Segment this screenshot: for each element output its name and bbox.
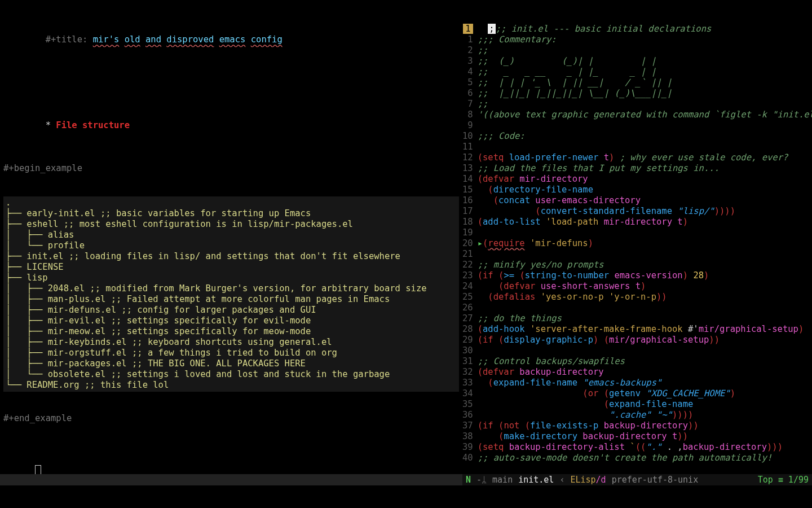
code-line: 1;;; Commentary: xyxy=(462,34,812,45)
code-line: 12(setq load-prefer-newer t) ; why ever … xyxy=(462,152,812,163)
code-line: 8'((above text graphic generated with co… xyxy=(462,110,812,120)
code-line: 32(defvar backup-directory xyxy=(462,367,812,378)
code-line: 9 xyxy=(462,120,812,131)
org-example-block: . ├── early-init.el ;; basic variables f… xyxy=(3,196,459,392)
buffer-encoding: prefer-utf-8-unix xyxy=(612,475,699,485)
code-line: 6;; |_||_| |_||_||_| \__| (_)\___||_| xyxy=(462,88,812,99)
elisp-buffer[interactable]: 1 ;;; init.el --- basic initial declarat… xyxy=(462,0,812,474)
org-title-line: #+title: mir's old and disproved emacs c… xyxy=(3,24,459,56)
code-line: 27;; do the things xyxy=(462,313,812,324)
mode-separator: ‹ xyxy=(559,475,564,485)
code-line: 2;; xyxy=(462,45,812,56)
code-line: 23(if (>= (string-to-number emacs-versio… xyxy=(462,270,812,281)
buffer-name: init.el xyxy=(518,475,554,485)
header-line-number: 1 xyxy=(463,24,473,34)
minor-mode-suffix: /d xyxy=(596,475,606,485)
code-line: 30 xyxy=(462,345,812,356)
org-begin-example: #+begin_example xyxy=(3,163,459,174)
code-line: 17 (convert-standard-filename "lisp/")))… xyxy=(462,206,812,217)
fringe-arrow-icon: ▸ xyxy=(478,238,483,248)
vcs-branch-name: main xyxy=(492,475,513,485)
org-title-text: mir's old and disproved emacs config xyxy=(93,34,283,45)
code-line: 24 (defvar use-short-answers t) xyxy=(462,281,812,292)
code-line: 16 (concat user-emacs-directory xyxy=(462,195,812,206)
modeline-left-inactive xyxy=(0,474,462,485)
code-line: 5;; | | | '_ \ | || __| / _` || | xyxy=(462,77,812,88)
org-heading-1: * File structure xyxy=(3,110,459,142)
code-line: 22;; minify yes/no prompts xyxy=(462,260,812,270)
org-heading-text: File structure xyxy=(56,120,130,130)
code-line: 25 (defalias 'yes-or-no-p 'y-or-n-p)) xyxy=(462,292,812,303)
code-line: 13;; Load the files that I put my settin… xyxy=(462,163,812,174)
evil-state-indicator: N xyxy=(466,475,471,485)
code-line: 18(add-to-list 'load-path mir-directory … xyxy=(462,217,812,227)
code-line: 3;; (_) (_)| | | | xyxy=(462,56,812,67)
code-line: 10;;; Code: xyxy=(462,131,812,142)
vcs-branch-icon: -ᛦ xyxy=(476,475,487,485)
code-line: 36 ".cache" "~")))) xyxy=(462,410,812,421)
code-line: 29(if (display-graphic-p) (mir/graphical… xyxy=(462,335,812,345)
code-line: 7;; xyxy=(462,99,812,110)
code-line: 4;; _ _ __ _ | |_ _ | | xyxy=(462,67,812,77)
code-line: 19 xyxy=(462,227,812,238)
emacs-frame: #+title: mir's old and disproved emacs c… xyxy=(0,0,812,508)
org-heading-star: * xyxy=(46,120,56,130)
code-listing: 1 ;;; init.el --- basic initial declarat… xyxy=(462,24,812,463)
code-line: 20▸(require 'mir-defuns) xyxy=(462,238,812,249)
modeline-row: N -ᛦ main init.el ‹ ELisp/d prefer-utf-8… xyxy=(0,474,812,485)
code-line: 31;; Control backups/swapfiles xyxy=(462,356,812,367)
major-mode: ELisp xyxy=(570,475,595,485)
code-line: 35 (expand-file-name xyxy=(462,399,812,410)
org-title-keyword: #+title: xyxy=(46,34,93,45)
modeline-right: N -ᛦ main init.el ‹ ELisp/d prefer-utf-8… xyxy=(462,474,812,485)
code-line: 37(if (not (file-exists-p backup-directo… xyxy=(462,421,812,431)
code-line: 28(add-hook 'server-after-make-frame-hoo… xyxy=(462,324,812,335)
code-line: 40;; auto-save-mode doesn't create the p… xyxy=(462,453,812,463)
code-line: 15 (directory-file-name xyxy=(462,185,812,195)
code-line: 26 xyxy=(462,303,812,313)
code-line: 11 xyxy=(462,142,812,152)
org-end-example: #+end_example xyxy=(3,413,459,424)
org-buffer[interactable]: #+title: mir's old and disproved emacs c… xyxy=(0,0,462,474)
code-line: 21 xyxy=(462,249,812,260)
code-line: 38 (make-directory backup-directory t)) xyxy=(462,431,812,442)
code-line: 39(setq backup-directory-alist `(("." . … xyxy=(462,442,812,453)
code-line: 34 (or (getenv "XDG_CACHE_HOME") xyxy=(462,388,812,399)
code-line: 33 (expand-file-name "emacs-backups" xyxy=(462,378,812,388)
minibuffer[interactable] xyxy=(0,485,812,497)
code-line: 14(defvar mir-directory xyxy=(462,174,812,185)
buffer-position: Top ≡ 1/99 xyxy=(758,475,809,485)
point-cursor: ; xyxy=(488,24,495,34)
